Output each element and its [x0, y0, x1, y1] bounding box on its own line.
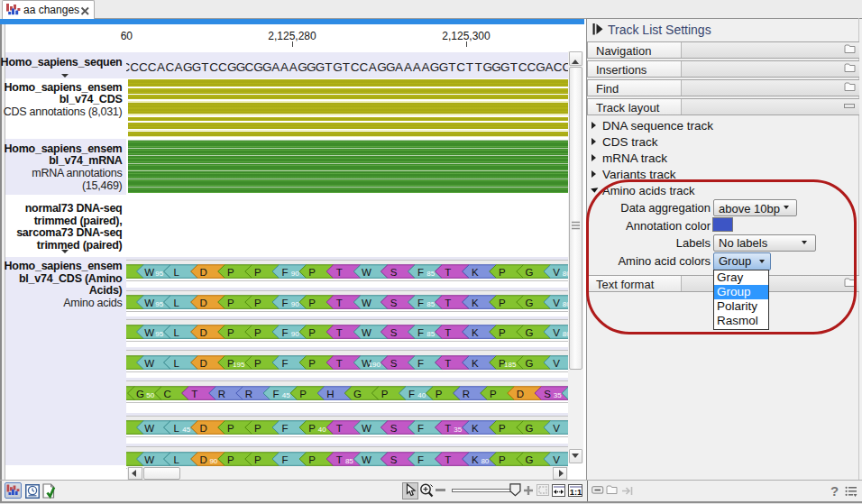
svg-text:R: R [245, 388, 252, 399]
svg-text:90: 90 [291, 330, 299, 338]
svg-text:G: G [526, 423, 534, 434]
svg-text:F: F [417, 423, 424, 434]
svg-text:40: 40 [417, 391, 426, 399]
svg-text:W: W [144, 357, 154, 368]
svg-text:45: 45 [182, 426, 190, 434]
svg-text:35: 35 [454, 426, 462, 434]
svg-text:P: P [490, 388, 497, 399]
svg-text:95: 95 [155, 270, 163, 278]
svg-text:S: S [390, 326, 398, 337]
svg-text:W: W [144, 298, 154, 308]
svg-text:W: W [362, 454, 371, 464]
svg-text:V: V [553, 454, 560, 464]
svg-text:P: P [499, 454, 506, 464]
svg-text:K: K [472, 423, 479, 434]
svg-text:P: P [308, 298, 316, 308]
svg-text:50: 50 [146, 391, 154, 399]
svg-text:S: S [390, 454, 398, 464]
svg-text:K: K [472, 267, 479, 278]
svg-text:F: F [417, 454, 424, 464]
svg-text:V: V [553, 357, 560, 368]
svg-text:F: F [282, 326, 289, 337]
svg-text:G: G [526, 454, 534, 464]
svg-text:D: D [200, 423, 207, 434]
svg-text:85: 85 [345, 457, 353, 465]
svg-text:W: W [362, 298, 371, 308]
svg-text:L: L [173, 454, 179, 464]
svg-text:L: L [173, 423, 179, 434]
svg-text:G: G [136, 388, 144, 399]
svg-text:F: F [273, 388, 280, 399]
svg-text:F: F [408, 388, 415, 399]
svg-text:85: 85 [426, 270, 435, 278]
svg-text:P: P [227, 454, 234, 464]
svg-text:85: 85 [426, 330, 435, 338]
svg-text:95: 95 [155, 300, 163, 308]
svg-text:P: P [254, 267, 261, 278]
svg-text:D: D [200, 357, 207, 368]
svg-text:R: R [463, 388, 470, 399]
svg-text:85: 85 [426, 300, 435, 308]
svg-text:P: P [499, 298, 506, 308]
svg-text:T: T [336, 357, 343, 368]
svg-text:G: G [353, 388, 362, 399]
svg-text:P: P [308, 357, 316, 368]
svg-text:F: F [282, 357, 289, 368]
svg-text:T: T [445, 454, 451, 464]
svg-text:185: 185 [504, 361, 517, 369]
svg-text:G: G [526, 298, 534, 308]
svg-text:F: F [417, 326, 424, 337]
svg-text:V: V [553, 298, 560, 308]
svg-text:P: P [436, 388, 443, 399]
svg-text:L: L [173, 357, 179, 368]
svg-text:W: W [144, 423, 154, 434]
svg-text:D: D [200, 326, 207, 337]
svg-text:S: S [390, 298, 398, 308]
svg-text:D: D [200, 267, 207, 278]
svg-text:P: P [308, 267, 316, 278]
svg-text:L: L [173, 326, 179, 337]
svg-text:S: S [544, 388, 551, 399]
svg-text:P: P [308, 454, 316, 464]
svg-text:P: P [308, 423, 316, 434]
svg-text:T: T [445, 423, 451, 434]
svg-text:T: T [445, 326, 451, 337]
svg-text:G: G [526, 267, 534, 278]
svg-text:W: W [362, 267, 371, 278]
svg-text:P: P [499, 267, 506, 278]
svg-text:P: P [299, 388, 307, 399]
svg-text:K: K [472, 326, 479, 337]
svg-text:V: V [553, 326, 560, 337]
svg-text:90: 90 [291, 300, 299, 308]
svg-text:T: T [191, 388, 197, 399]
svg-text:195: 195 [233, 361, 245, 369]
svg-text:W: W [144, 267, 154, 278]
svg-text:P: P [381, 388, 389, 399]
svg-text:90: 90 [291, 270, 299, 278]
svg-text:P: P [227, 267, 234, 278]
svg-text:W: W [144, 454, 154, 464]
svg-text:V: V [553, 267, 560, 278]
svg-text:W: W [144, 326, 154, 337]
svg-text:W: W [362, 423, 371, 434]
svg-text:F: F [417, 267, 424, 278]
svg-text:V: V [553, 423, 560, 434]
svg-text:P: P [227, 423, 234, 434]
svg-text:K: K [472, 357, 479, 368]
svg-text:G: G [526, 326, 534, 337]
svg-text:P: P [254, 454, 261, 464]
svg-text:95: 95 [155, 330, 163, 338]
svg-text:T: T [336, 267, 343, 278]
svg-text:K: K [472, 298, 479, 308]
svg-text:P: P [254, 298, 261, 308]
svg-text:C: C [163, 388, 170, 399]
svg-text:F: F [417, 298, 424, 308]
svg-text:D: D [200, 454, 207, 464]
svg-text:S: S [390, 357, 398, 368]
svg-text:P: P [308, 326, 316, 337]
svg-text:40: 40 [318, 426, 326, 434]
svg-text:P: P [499, 423, 506, 434]
svg-text:F: F [282, 423, 289, 434]
svg-text:90: 90 [209, 457, 217, 465]
svg-text:35: 35 [554, 391, 562, 399]
